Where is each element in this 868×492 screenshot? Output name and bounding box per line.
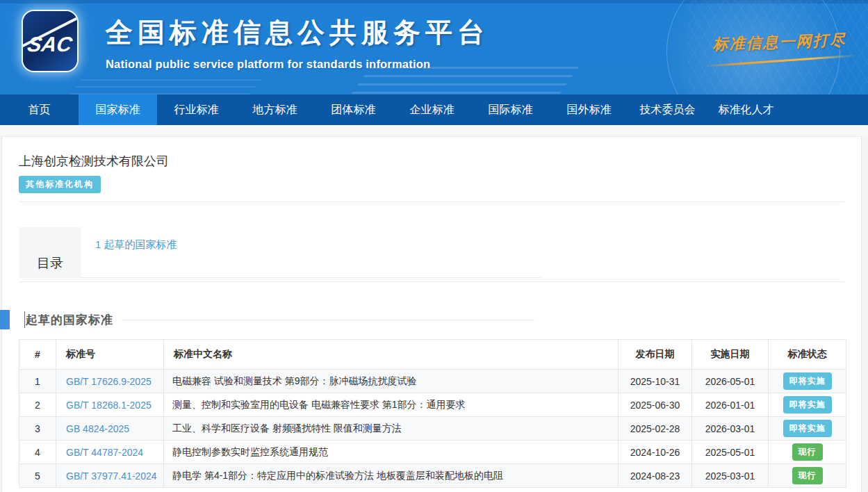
site-title-english: National public service platform for sta… bbox=[106, 58, 489, 71]
header-index: # bbox=[19, 340, 56, 370]
status-cell: 即将实施 bbox=[769, 417, 846, 441]
site-title-chinese: 全国标准信息公共服务平台 bbox=[106, 14, 489, 51]
table-row: 4GB/T 44787-2024静电控制参数实时监控系统通用规范2024-10-… bbox=[19, 441, 846, 464]
standard-code-link[interactable]: GB/T 18268.1-2025 bbox=[66, 400, 152, 411]
nav-item-团体标准[interactable]: 团体标准 bbox=[314, 95, 393, 125]
status-badge: 现行 bbox=[792, 467, 823, 484]
status-cell: 现行 bbox=[769, 441, 846, 464]
status-badge: 现行 bbox=[792, 443, 823, 461]
page-background: 上海创京检测技术有限公司 其他标准化机构 目录 1 起草的国家标准 起草的国家标… bbox=[0, 136, 868, 492]
standard-name-cell: 工业、科学和医疗设备 射频骚扰特性 限值和测量方法 bbox=[164, 417, 619, 441]
status-badge: 即将实施 bbox=[783, 396, 832, 413]
standard-code-cell: GB/T 37977.41-2024 bbox=[56, 464, 164, 488]
row-index-cell: 3 bbox=[19, 417, 56, 441]
status-badge: 即将实施 bbox=[783, 372, 832, 390]
header-standard-name: 标准中文名称 bbox=[164, 340, 619, 370]
table-row: 1GB/T 17626.9-2025电磁兼容 试验和测量技术 第9部分：脉冲磁场… bbox=[19, 370, 846, 393]
row-index-cell: 2 bbox=[19, 393, 56, 417]
nav-item-技术委员会[interactable]: 技术委员会 bbox=[628, 95, 707, 125]
nav-item-国外标准[interactable]: 国外标准 bbox=[550, 95, 628, 125]
row-index-cell: 1 bbox=[19, 370, 56, 393]
status-badge: 即将实施 bbox=[783, 420, 832, 437]
company-type-badge: 其他标准化机构 bbox=[19, 176, 101, 193]
standard-name-cell: 测量、控制和实验室用的电设备 电磁兼容性要求 第1部分：通用要求 bbox=[164, 393, 619, 417]
header-standard-code: 标准号 bbox=[56, 340, 164, 370]
standard-code-cell: GB/T 17626.9-2025 bbox=[56, 370, 164, 393]
nav-item-企业标准[interactable]: 企业标准 bbox=[393, 95, 471, 125]
status-cell: 现行 bbox=[769, 464, 846, 488]
catalog-widget: 目录 1 起草的国家标准 bbox=[19, 227, 541, 278]
divider-under-catalog bbox=[19, 281, 844, 282]
standards-table: # 标准号 标准中文名称 发布日期 实施日期 标准状态 1GB/T 17626.… bbox=[19, 339, 846, 488]
implement-date-cell: 2026-03-01 bbox=[692, 417, 769, 441]
table-row: 3GB 4824-2025工业、科学和医疗设备 射频骚扰特性 限值和测量方法20… bbox=[19, 417, 846, 441]
table-row: 5GB/T 37977.41-2024静电学 第4-1部分：特定应用中的标准试验… bbox=[19, 464, 846, 488]
site-titles: 全国标准信息公共服务平台 National public service pla… bbox=[106, 14, 489, 71]
catalog-link[interactable]: 1 起草的国家标准 bbox=[95, 238, 177, 250]
standard-code-link[interactable]: GB/T 37977.41-2024 bbox=[66, 470, 157, 482]
standard-name-cell: 电磁兼容 试验和测量技术 第9部分：脉冲磁场抗扰度试验 bbox=[164, 370, 619, 393]
text-caret bbox=[24, 311, 25, 328]
nav-item-标准化人才[interactable]: 标准化人才 bbox=[707, 95, 785, 125]
standard-name-cell: 静电控制参数实时监控系统通用规范 bbox=[164, 441, 619, 464]
standard-code-link[interactable]: GB/T 44787-2024 bbox=[66, 447, 143, 458]
publish-date-cell: 2024-10-26 bbox=[619, 441, 692, 464]
nav-item-行业标准[interactable]: 行业标准 bbox=[157, 95, 236, 125]
standard-name-cell: 静电学 第4-1部分：特定应用中的标准试验方法 地板覆盖层和装配地板的电阻 bbox=[164, 464, 619, 488]
header-status: 标准状态 bbox=[769, 340, 846, 370]
header-publish-date: 发布日期 bbox=[619, 340, 692, 370]
row-index-cell: 5 bbox=[19, 464, 56, 488]
sac-logo-text: SAC bbox=[26, 33, 74, 56]
standard-code-cell: GB/T 18268.1-2025 bbox=[56, 393, 164, 417]
standard-code-cell: GB/T 44787-2024 bbox=[56, 441, 164, 464]
row-index-cell: 4 bbox=[19, 441, 56, 464]
publish-date-cell: 2024-08-23 bbox=[619, 464, 692, 488]
sac-logo[interactable]: SAC bbox=[23, 11, 77, 71]
standard-code-cell: GB 4824-2025 bbox=[56, 417, 164, 441]
company-name: 上海创京检测技术有限公司 bbox=[19, 137, 844, 170]
divider-top bbox=[19, 202, 844, 202]
standards-table-body: 1GB/T 17626.9-2025电磁兼容 试验和测量技术 第9部分：脉冲磁场… bbox=[19, 370, 846, 488]
implement-date-cell: 2026-05-01 bbox=[692, 370, 769, 393]
table-header-row: # 标准号 标准中文名称 发布日期 实施日期 标准状态 bbox=[19, 340, 846, 370]
content-panel: 上海创京检测技术有限公司 其他标准化机构 目录 1 起草的国家标准 起草的国家标… bbox=[1, 136, 862, 492]
catalog-list: 1 起草的国家标准 bbox=[81, 227, 541, 278]
nav-item-首页[interactable]: 首页 bbox=[0, 95, 79, 125]
implement-date-cell: 2025-05-01 bbox=[692, 441, 769, 464]
status-cell: 即将实施 bbox=[769, 393, 846, 417]
nav-item-地方标准[interactable]: 地方标准 bbox=[236, 95, 314, 125]
nav-item-国际标准[interactable]: 国际标准 bbox=[471, 95, 550, 125]
status-cell: 即将实施 bbox=[769, 370, 846, 393]
standard-code-link[interactable]: GB/T 17626.9-2025 bbox=[66, 376, 152, 387]
implement-date-cell: 2026-01-01 bbox=[692, 393, 769, 417]
publish-date-cell: 2025-10-31 bbox=[619, 370, 692, 393]
main-nav: 首页国家标准行业标准地方标准团体标准企业标准国际标准国外标准技术委员会标准化人才 bbox=[0, 95, 868, 125]
publish-date-cell: 2025-02-28 bbox=[619, 417, 692, 441]
section-decorative-line bbox=[123, 320, 534, 320]
standard-code-link[interactable]: GB 4824-2025 bbox=[66, 423, 129, 434]
nav-item-国家标准[interactable]: 国家标准 bbox=[79, 95, 157, 125]
section-header: 起草的国家标准 bbox=[19, 310, 844, 329]
catalog-label: 目录 bbox=[19, 227, 81, 278]
implement-date-cell: 2025-03-01 bbox=[692, 464, 769, 488]
section-title: 起草的国家标准 bbox=[26, 312, 113, 328]
site-header: SAC 全国标准信息公共服务平台 National public service… bbox=[0, 0, 868, 95]
header-streaks-decoration-2 bbox=[67, 74, 268, 95]
publish-date-cell: 2025-06-30 bbox=[619, 393, 692, 417]
section-marker bbox=[0, 310, 10, 329]
header-implement-date: 实施日期 bbox=[692, 340, 769, 370]
table-row: 2GB/T 18268.1-2025测量、控制和实验室用的电设备 电磁兼容性要求… bbox=[19, 393, 846, 417]
